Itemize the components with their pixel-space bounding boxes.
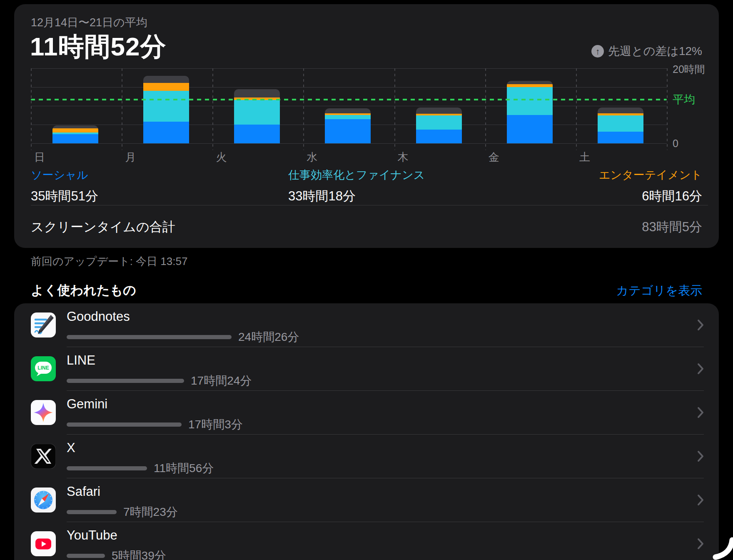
bar-segment [325,108,371,113]
gemini-icon [31,400,56,425]
day-label: 木 [398,150,409,165]
arrow-up-circle-icon: ↑ [591,45,604,58]
app-name: LINE [67,353,95,368]
bar-segment [507,115,553,143]
chevron-right-icon [697,363,704,376]
bar-segment [52,134,98,143]
bar-segment [143,122,189,143]
svg-text:LINE: LINE [37,365,49,371]
app-time: 17時間3分 [188,417,243,432]
app-time: 17時間24分 [191,373,252,389]
gridline-horizontal [31,68,667,69]
gridline-horizontal [31,87,667,88]
average-line-label: 平均 [673,92,695,107]
bar-segment [598,132,643,143]
average-time-value: 11時間52分 [30,29,167,64]
total-screen-time-label: スクリーンタイムの合計 [31,218,175,236]
app-name: Gemini [67,397,107,412]
app-name: Goodnotes [67,309,130,324]
legend-entertainment-name: エンターテイメント [599,168,702,182]
show-categories-link[interactable]: カテゴリを表示 [616,282,702,299]
bar-segment [52,128,98,132]
bar-segment [416,130,462,143]
bar-segment [325,119,371,143]
chevron-right-icon [697,319,704,332]
bar-segment [507,87,553,115]
chevron-right-icon [697,407,704,420]
bar-segment [143,76,189,83]
divider [31,205,708,205]
app-row-line[interactable]: LINE LINE 17時間24分 [14,347,719,391]
bar-segment [507,84,553,87]
average-line [31,99,667,100]
day-label: 日 [34,150,45,165]
chevron-right-icon [697,538,704,551]
usage-bar [67,554,105,558]
gridline-vertical [485,68,486,150]
bar-segment [234,89,280,98]
app-row-youtube[interactable]: YouTube 5時間39分 [14,522,719,560]
handwriting-arc [704,537,733,560]
week-delta: ↑ 先週との差は12% [591,43,702,59]
gridline-horizontal [31,106,667,106]
bar-segment [234,125,280,143]
legend-productivity-name: 仕事効率化とファイナンス [288,168,425,182]
total-screen-time-value: 83時間5分 [642,218,702,236]
day-bar-1 [52,125,98,143]
most-used-apps-card: Goodnotes 24時間26分 LINE LINE 17時間24分 [14,303,719,560]
screen-time-page: 12月14日〜21日の平均 11時間52分 ↑ 先週との差は12% 20時間 平… [0,0,733,560]
bar-segment [598,115,643,132]
week-delta-label: 先週との差は12% [608,43,702,59]
last-update-note: 前回のアップデート: 今日 13:57 [31,254,187,269]
gridline-vertical [576,68,577,150]
app-row-goodnotes[interactable]: Goodnotes 24時間26分 [14,303,719,347]
day-bar-5 [416,108,462,143]
app-time: 11時間56分 [154,460,214,476]
usage-bar [67,422,182,427]
bar-segment [325,115,371,120]
bar-segment [143,83,189,91]
gridline-vertical [303,68,304,150]
usage-bar-chart: 20時間 平均 0 日月火水木金土 [31,68,667,143]
day-bar-2 [143,76,189,143]
day-label: 土 [579,150,590,165]
period-label: 12月14日〜21日の平均 [31,15,147,30]
bar-segment [507,81,553,84]
legend-productivity: 仕事効率化とファイナンス 33時間18分 [288,168,425,205]
usage-bar [67,466,147,470]
bar-segment [143,91,189,122]
line-icon: LINE [31,356,56,381]
gridline-horizontal [31,143,667,144]
legend-entertainment-time: 6時間16分 [599,188,702,205]
day-bar-3 [234,89,280,143]
app-row-gemini[interactable]: Gemini 17時間3分 [14,391,719,435]
most-used-title: よく使われたもの [31,282,136,299]
gridline-vertical [31,68,32,150]
usage-bar [67,335,232,339]
bar-segment [598,108,643,113]
app-time: 5時間39分 [112,548,166,560]
day-label: 月 [125,150,136,165]
bar-segment [416,115,462,129]
app-row-x[interactable]: X 11時間56分 [14,435,719,478]
app-name: X [67,440,75,455]
goodnotes-icon [31,312,56,338]
bar-segment [234,100,280,125]
bar-segment [416,108,462,114]
app-name: YouTube [67,528,117,543]
legend-social-time: 35時間51分 [31,188,98,205]
usage-bar [67,379,184,383]
app-time: 7時間23分 [123,504,178,520]
legend-social: ソーシャル 35時間51分 [31,168,98,205]
day-bar-6 [507,81,553,143]
app-name: Safari [67,484,100,499]
gridline-vertical [212,68,213,150]
usage-bar [67,510,117,514]
screen-time-summary-card: 12月14日〜21日の平均 11時間52分 ↑ 先週との差は12% 20時間 平… [14,4,719,248]
app-row-safari[interactable]: Safari 7時間23分 [14,478,719,522]
chevron-right-icon [697,450,704,464]
gridline-vertical [667,68,668,150]
gridline-vertical [122,68,122,150]
day-label: 火 [216,150,227,165]
legend-entertainment: エンターテイメント 6時間16分 [599,168,702,205]
